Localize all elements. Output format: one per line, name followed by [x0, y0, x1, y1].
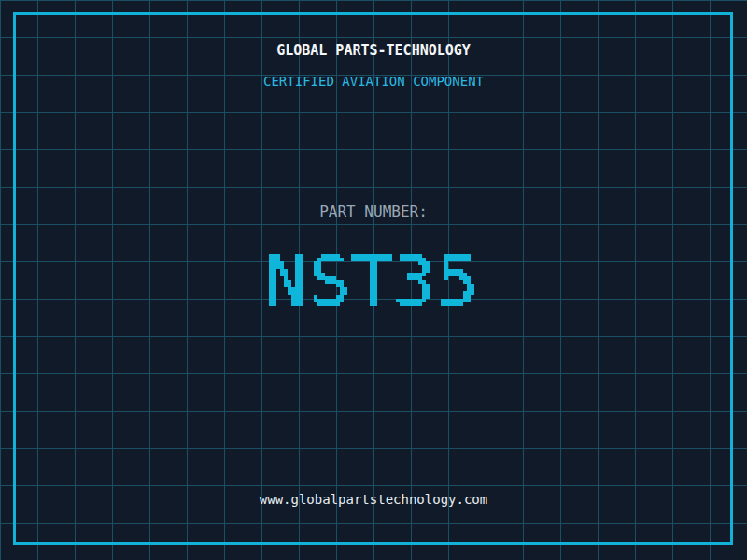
company-title: GLOBAL PARTS-TECHNOLOGY [0, 44, 747, 58]
part-number-label: PART NUMBER: [0, 204, 747, 219]
part-certificate-screen: GLOBAL PARTS-TECHNOLOGY CERTIFIED AVIATI… [0, 0, 747, 560]
part-number-value [265, 239, 482, 336]
website-url: www.globalpartstechnology.com [0, 493, 747, 506]
certification-subtitle: CERTIFIED AVIATION COMPONENT [0, 75, 747, 88]
